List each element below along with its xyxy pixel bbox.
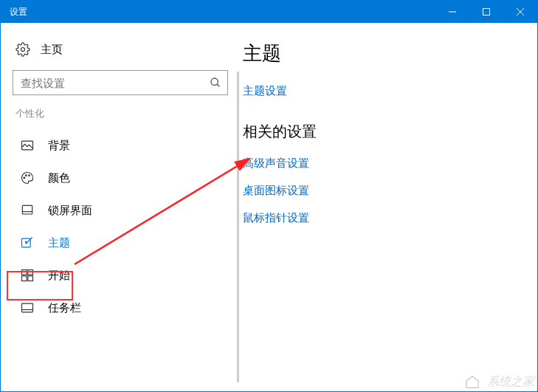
svg-rect-1 — [483, 9, 490, 16]
divider — [237, 72, 239, 382]
sidebar-item-label: 主题 — [48, 236, 70, 250]
maximize-button[interactable] — [469, 1, 503, 23]
svg-point-5 — [211, 78, 218, 85]
related-link-desktop-icons[interactable]: 桌面图标设置 — [243, 179, 525, 202]
svg-rect-17 — [28, 276, 33, 281]
close-button[interactable] — [503, 1, 537, 23]
titlebar: 设置 — [1, 1, 537, 23]
related-heading: 相关的设置 — [243, 122, 525, 142]
svg-rect-14 — [22, 270, 27, 275]
theme-icon — [20, 235, 35, 250]
taskbar-icon — [20, 300, 35, 315]
svg-point-8 — [24, 177, 25, 179]
search-icon — [210, 77, 221, 89]
sidebar-item-taskbar[interactable]: 任务栏 — [13, 292, 234, 324]
sidebar-item-themes[interactable]: 主题 — [13, 227, 234, 259]
sidebar: 主页 个性化 背景 颜色 — [1, 23, 237, 391]
svg-line-6 — [217, 84, 219, 86]
svg-point-9 — [26, 175, 27, 176]
svg-point-10 — [29, 175, 30, 176]
sidebar-item-colors[interactable]: 颜色 — [13, 162, 234, 194]
svg-rect-11 — [22, 205, 32, 214]
watermark: 系统之家 — [462, 374, 534, 390]
watermark-text: 系统之家 — [487, 374, 534, 390]
home-label: 主页 — [41, 43, 63, 57]
svg-point-4 — [21, 48, 25, 52]
sidebar-item-background[interactable]: 背景 — [13, 129, 234, 162]
start-icon — [20, 268, 35, 283]
theme-settings-link[interactable]: 主题设置 — [243, 80, 525, 103]
settings-window: 设置 主页 — [0, 0, 538, 392]
window-controls — [435, 1, 537, 23]
sidebar-item-label: 开始 — [48, 269, 70, 283]
related-link-sound[interactable]: 高级声音设置 — [243, 152, 525, 175]
section-label: 个性化 — [13, 103, 234, 129]
svg-rect-18 — [22, 303, 33, 312]
sidebar-item-label: 任务栏 — [48, 301, 81, 315]
window-title: 设置 — [10, 6, 435, 18]
search-box[interactable] — [13, 70, 228, 95]
sidebar-item-label: 锁屏界面 — [48, 204, 92, 218]
image-icon — [20, 138, 35, 153]
content: 主页 个性化 背景 颜色 — [1, 23, 537, 391]
page-heading: 主题 — [243, 41, 525, 66]
lockscreen-icon — [20, 203, 35, 218]
minimize-button[interactable] — [435, 1, 469, 23]
search-input[interactable] — [21, 77, 210, 89]
palette-icon — [20, 171, 35, 185]
sidebar-item-label: 颜色 — [48, 171, 70, 185]
main-pane: 主题 主题设置 相关的设置 高级声音设置 桌面图标设置 鼠标指针设置 — [237, 23, 537, 391]
sidebar-item-start[interactable]: 开始 — [13, 259, 234, 292]
sidebar-item-lockscreen[interactable]: 锁屏界面 — [13, 194, 234, 227]
svg-rect-16 — [22, 276, 27, 281]
gear-icon — [15, 42, 30, 57]
home-button[interactable]: 主页 — [13, 35, 234, 64]
related-link-mouse-pointer[interactable]: 鼠标指针设置 — [243, 207, 525, 230]
sidebar-item-label: 背景 — [48, 139, 70, 153]
svg-rect-15 — [28, 270, 33, 275]
